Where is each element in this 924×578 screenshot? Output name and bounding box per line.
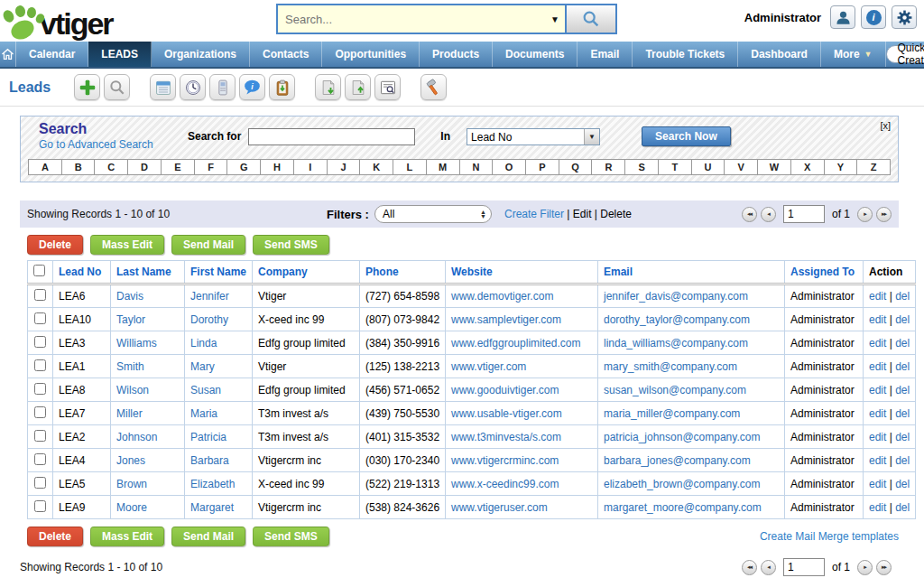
first_name-link[interactable]: Susan	[190, 384, 221, 396]
row-checkbox[interactable]	[34, 406, 46, 418]
search-field-select[interactable]: Lead No ▼	[467, 128, 600, 145]
last_name-link[interactable]: Moore	[116, 501, 147, 514]
alphabet-C[interactable]: C	[95, 160, 128, 174]
nav-tab-contacts[interactable]: Contacts	[250, 42, 322, 67]
alphabet-E[interactable]: E	[162, 160, 195, 174]
alphabet-M[interactable]: M	[427, 160, 460, 174]
column-header-email[interactable]: Email	[598, 261, 785, 284]
edit-link[interactable]: edit	[869, 478, 886, 490]
nav-tab-organizations[interactable]: Organizations	[152, 42, 250, 67]
alphabet-D[interactable]: D	[128, 160, 162, 174]
del-link[interactable]: del	[895, 501, 910, 514]
alphabet-F[interactable]: F	[195, 160, 228, 174]
last_name-link[interactable]: Taylor	[116, 313, 145, 326]
column-header-first-name[interactable]: First Name	[185, 261, 253, 284]
edit-link[interactable]: edit	[869, 290, 886, 303]
row-checkbox[interactable]	[34, 336, 46, 348]
del-link[interactable]: del	[895, 454, 910, 467]
email-link[interactable]: maria_miller@company.com	[604, 407, 740, 420]
row-checkbox[interactable]	[34, 359, 46, 371]
alphabet-U[interactable]: U	[692, 160, 725, 174]
row-checkbox[interactable]	[34, 312, 46, 324]
send-sms-button[interactable]: Send SMS	[253, 527, 329, 546]
first_name-link[interactable]: Elizabeth	[190, 478, 235, 490]
nav-tab-calendar[interactable]: Calendar	[16, 42, 88, 67]
mass-edit-button[interactable]: Mass Edit	[90, 527, 164, 546]
edit-link[interactable]: edit	[869, 313, 886, 326]
next-page-button[interactable]: ▸	[857, 560, 873, 575]
first_name-link[interactable]: Maria	[190, 407, 217, 420]
alphabet-V[interactable]: V	[725, 160, 758, 174]
alphabet-O[interactable]: O	[493, 160, 526, 174]
next-page-button[interactable]: ▸	[857, 207, 873, 222]
search-panel-close-button[interactable]: [x]	[880, 120, 891, 131]
nav-tab-email[interactable]: Email	[578, 42, 633, 67]
row-checkbox[interactable]	[34, 477, 46, 489]
alphabet-K[interactable]: K	[360, 160, 393, 174]
clock-button[interactable]	[180, 74, 206, 100]
email-link[interactable]: barbara_jones@company.com	[604, 454, 751, 467]
alphabet-T[interactable]: T	[659, 160, 692, 174]
edit-link[interactable]: edit	[869, 431, 886, 443]
settings-tools-button[interactable]	[420, 74, 447, 100]
nav-tab-documents[interactable]: Documents	[493, 42, 578, 67]
alphabet-L[interactable]: L	[393, 160, 427, 174]
column-header-assigned-to[interactable]: Assigned To	[785, 261, 864, 284]
del-link[interactable]: del	[895, 337, 910, 350]
edit-link[interactable]: edit	[869, 337, 886, 350]
website-link[interactable]: www.vtiger.com	[451, 360, 526, 373]
last_name-link[interactable]: Davis	[116, 290, 143, 303]
website-link[interactable]: www.edfggrouplimited.com	[451, 337, 580, 350]
del-link[interactable]: del	[895, 360, 910, 373]
column-header-action[interactable]: Action	[864, 261, 916, 284]
delete-button[interactable]: Delete	[27, 235, 83, 255]
nav-home-button[interactable]	[0, 42, 16, 67]
edit-link[interactable]: edit	[869, 407, 886, 420]
email-link[interactable]: susan_wilson@company.com	[604, 384, 746, 396]
alphabet-Z[interactable]: Z	[857, 160, 890, 174]
edit-filter-link[interactable]: Edit	[573, 208, 592, 220]
page-number-input[interactable]	[783, 558, 825, 576]
email-link[interactable]: patricia_johnson@company.com	[604, 431, 760, 443]
last_name-link[interactable]: Smith	[116, 360, 144, 373]
email-link[interactable]: jennifer_davis@company.com	[604, 290, 748, 303]
find-duplicates-button[interactable]	[374, 74, 401, 100]
alphabet-A[interactable]: A	[29, 160, 62, 174]
first_name-link[interactable]: Mary	[190, 360, 215, 373]
select-all-checkbox[interactable]	[33, 265, 45, 276]
alphabet-G[interactable]: G	[227, 160, 261, 174]
last_name-link[interactable]: Jones	[116, 454, 145, 467]
search-scope-dropdown-icon[interactable]: ▼	[545, 5, 565, 33]
search-lead-button[interactable]	[104, 74, 130, 100]
alphabet-I[interactable]: I	[294, 160, 328, 174]
last_name-link[interactable]: Williams	[116, 337, 157, 350]
website-link[interactable]: www.samplevtiger.com	[451, 313, 561, 326]
alphabet-R[interactable]: R	[592, 160, 625, 174]
first_name-link[interactable]: Dorothy	[190, 313, 228, 326]
create-mail-merge-link[interactable]: Create Mail Merge templates	[760, 530, 899, 543]
import-leads-button[interactable]	[315, 74, 341, 100]
delete-filter-link[interactable]: Delete	[600, 208, 632, 220]
del-link[interactable]: del	[895, 313, 910, 326]
website-link[interactable]: www.gooduivtiger.com	[451, 384, 559, 396]
edit-link[interactable]: edit	[869, 454, 886, 467]
add-lead-button[interactable]	[74, 74, 100, 100]
prev-page-button[interactable]: ◂	[761, 207, 776, 222]
global-search-input[interactable]	[278, 5, 545, 33]
del-link[interactable]: del	[895, 384, 910, 396]
calendar-button[interactable]	[150, 74, 176, 100]
search-for-input[interactable]	[248, 128, 415, 145]
column-header-phone[interactable]: Phone	[360, 261, 446, 284]
alphabet-X[interactable]: X	[791, 160, 825, 174]
alphabet-S[interactable]: S	[625, 160, 659, 174]
email-link[interactable]: elizabeth_brown@company.com	[604, 478, 760, 490]
delete-button[interactable]: Delete	[27, 527, 83, 546]
first_name-link[interactable]: Barbara	[190, 454, 229, 467]
nav-tab-more[interactable]: More▼	[821, 42, 886, 67]
chat-button[interactable]: i	[239, 74, 265, 100]
mass-edit-button[interactable]: Mass Edit	[90, 235, 164, 255]
row-checkbox[interactable]	[34, 500, 46, 512]
clipboard-task-button[interactable]	[269, 74, 295, 100]
create-filter-link[interactable]: Create Filter	[504, 208, 564, 220]
email-link[interactable]: linda_williams@company.com	[604, 337, 748, 350]
